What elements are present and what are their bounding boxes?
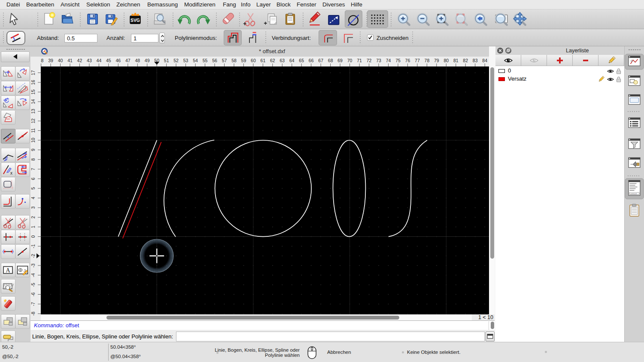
- svg-text:47: 47: [125, 58, 131, 63]
- svg-text:-1: -1: [30, 244, 36, 248]
- svg-text:4: 4: [30, 197, 36, 199]
- svg-text:11: 11: [30, 128, 36, 133]
- svg-text:45: 45: [106, 58, 111, 63]
- svg-text:-5: -5: [30, 283, 36, 287]
- svg-text:65: 65: [299, 58, 304, 63]
- svg-text:83: 83: [473, 58, 478, 63]
- svg-text:46: 46: [115, 58, 121, 63]
- svg-text:SVG: SVG: [131, 18, 140, 23]
- svg-text:17: 17: [30, 70, 36, 75]
- svg-text:68: 68: [328, 58, 333, 63]
- svg-text:15: 15: [30, 90, 36, 95]
- svg-text:53: 53: [183, 58, 188, 63]
- svg-text:66: 66: [309, 58, 314, 63]
- svg-text:3: 3: [30, 206, 36, 209]
- svg-text:-4: -4: [30, 273, 36, 277]
- svg-text:40: 40: [58, 58, 63, 63]
- svg-text:-2: -2: [30, 254, 36, 258]
- svg-text:62: 62: [270, 58, 275, 63]
- svg-text:57: 57: [222, 58, 227, 63]
- svg-text:77: 77: [415, 58, 420, 63]
- svg-text:-8: -8: [30, 312, 36, 316]
- svg-text:67: 67: [318, 58, 323, 63]
- svg-text:55: 55: [203, 58, 208, 63]
- svg-text:9: 9: [30, 148, 36, 151]
- svg-text:42: 42: [77, 58, 82, 63]
- svg-text:59: 59: [241, 58, 246, 63]
- svg-text:12: 12: [30, 118, 36, 124]
- svg-text:71: 71: [357, 58, 362, 63]
- svg-text:41: 41: [67, 58, 73, 63]
- svg-text:74: 74: [386, 58, 391, 63]
- svg-text:52: 52: [173, 58, 179, 63]
- svg-text:58: 58: [231, 58, 237, 63]
- svg-text:60: 60: [251, 58, 256, 63]
- svg-text:-3: -3: [30, 263, 36, 267]
- svg-text:61: 61: [261, 58, 266, 63]
- svg-text:8: 8: [30, 158, 36, 161]
- svg-text:75: 75: [395, 58, 401, 63]
- svg-text:-6: -6: [30, 293, 36, 296]
- svg-text:-7: -7: [30, 302, 36, 306]
- svg-text:81: 81: [453, 58, 459, 63]
- svg-text:82: 82: [463, 58, 468, 63]
- svg-text:64: 64: [289, 58, 295, 63]
- svg-text:76: 76: [405, 58, 410, 63]
- svg-text:73: 73: [376, 58, 381, 63]
- svg-text:1: 1: [30, 226, 36, 228]
- svg-text:A: A: [6, 267, 10, 274]
- svg-text:38: 38: [41, 58, 44, 63]
- svg-text:16: 16: [30, 80, 36, 85]
- svg-text:78: 78: [425, 58, 430, 63]
- svg-text:5: 5: [30, 187, 36, 190]
- svg-text:0: 0: [30, 235, 36, 238]
- svg-text:43: 43: [87, 58, 92, 63]
- svg-text:10: 10: [30, 138, 36, 143]
- svg-text:49: 49: [145, 58, 150, 63]
- svg-text:x: x: [10, 171, 12, 175]
- svg-text:80: 80: [444, 58, 449, 63]
- svg-text:13: 13: [30, 109, 36, 114]
- svg-text:63: 63: [279, 58, 285, 63]
- svg-text:84: 84: [482, 58, 487, 63]
- svg-text:6: 6: [30, 178, 36, 180]
- svg-text:39: 39: [48, 58, 53, 63]
- svg-text:56: 56: [212, 58, 217, 63]
- svg-text:14: 14: [30, 99, 36, 104]
- svg-text:79: 79: [434, 58, 439, 63]
- svg-text:54: 54: [193, 58, 198, 63]
- svg-text:51: 51: [164, 58, 169, 63]
- svg-text:44: 44: [97, 58, 102, 63]
- svg-text:7: 7: [30, 168, 36, 170]
- svg-text:2: 2: [30, 216, 36, 219]
- svg-text:72: 72: [367, 58, 372, 63]
- svg-text:70: 70: [347, 58, 352, 63]
- svg-text:48: 48: [135, 58, 140, 63]
- svg-text:69: 69: [337, 58, 343, 63]
- svg-text:command: command: [630, 193, 637, 195]
